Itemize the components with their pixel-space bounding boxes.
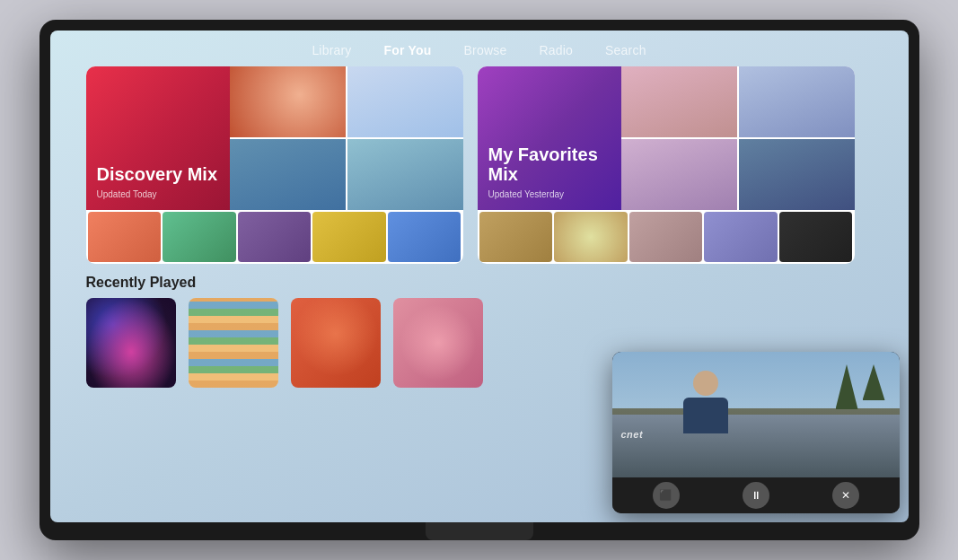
discovery-thumb-1 — [230, 66, 346, 137]
nav-item-library[interactable]: Library — [312, 43, 351, 57]
discovery-mix-thumbnails — [230, 66, 463, 210]
car-scene — [612, 352, 900, 477]
discovery-mix-top: Discovery Mix Updated Today — [86, 66, 463, 210]
tv-stand — [426, 522, 533, 540]
discovery-mix-updated: Updated Today — [97, 189, 219, 199]
album-item-3[interactable] — [291, 298, 381, 388]
discovery-thumb-3 — [230, 139, 346, 210]
tree-2 — [863, 364, 885, 400]
video-controls: ⬛ ⏸ ✕ — [612, 477, 900, 513]
discovery-mini-3 — [238, 212, 312, 262]
discovery-mix-title: Discovery Mix — [97, 164, 219, 184]
discovery-mix-bottom-row — [86, 210, 463, 264]
discovery-thumb-2 — [347, 66, 463, 137]
close-button[interactable]: ✕ — [832, 482, 859, 509]
tv-screen: Library For You Browse Radio Search Disc… — [50, 31, 909, 522]
video-overlay[interactable]: cnet ⬛ ⏸ ✕ — [612, 352, 900, 513]
airplay-icon: ⬛ — [659, 489, 672, 502]
favorites-thumb-3 — [621, 139, 737, 210]
video-preview: cnet — [612, 352, 900, 477]
album-item-4[interactable] — [393, 298, 483, 388]
favorites-mini-1 — [479, 212, 553, 262]
favorites-thumb-1 — [621, 66, 737, 137]
recently-played-title: Recently Played — [86, 275, 873, 291]
tree-1 — [836, 364, 858, 409]
discovery-thumb-4 — [347, 139, 463, 210]
tv-set: Library For You Browse Radio Search Disc… — [40, 20, 919, 540]
close-icon: ✕ — [841, 489, 850, 502]
nav-item-for-you[interactable]: For You — [384, 43, 432, 57]
mixes-row: Discovery Mix Updated Today — [86, 66, 873, 264]
favorites-mix-header: My Favorites Mix Updated Yesterday — [478, 66, 621, 210]
favorites-mix-title: My Favorites Mix — [488, 144, 611, 184]
driver-head — [693, 371, 718, 396]
pause-button[interactable]: ⏸ — [743, 482, 769, 509]
discovery-mini-5 — [388, 212, 461, 262]
favorites-mini-2 — [554, 212, 628, 262]
discovery-mini-4 — [312, 212, 386, 262]
discovery-mix-header: Discovery Mix Updated Today — [86, 66, 230, 210]
driver — [655, 371, 756, 446]
favorites-mix-bottom-row — [478, 210, 855, 264]
favorites-thumb-2 — [739, 66, 855, 137]
favorites-mix-card[interactable]: My Favorites Mix Updated Yesterday — [478, 66, 855, 264]
driver-body — [683, 398, 728, 433]
nav-item-search[interactable]: Search — [605, 43, 646, 57]
road-trees — [836, 364, 885, 409]
pause-icon: ⏸ — [751, 489, 761, 502]
favorites-mix-top: My Favorites Mix Updated Yesterday — [478, 66, 855, 210]
discovery-mini-2 — [163, 212, 236, 262]
favorites-mix-thumbnails — [621, 66, 855, 210]
navigation-bar: Library For You Browse Radio Search — [50, 31, 909, 66]
favorites-mini-3 — [629, 212, 703, 262]
album-item-2[interactable] — [189, 298, 278, 388]
airplay-button[interactable]: ⬛ — [653, 482, 680, 509]
discovery-mix-card[interactable]: Discovery Mix Updated Today — [86, 66, 463, 264]
cnet-watermark: cnet — [621, 429, 644, 440]
discovery-mini-1 — [88, 212, 162, 262]
favorites-thumb-4 — [739, 139, 855, 210]
favorites-mini-5 — [779, 212, 853, 262]
favorites-mini-4 — [704, 212, 778, 262]
favorites-mix-updated: Updated Yesterday — [488, 189, 611, 199]
nav-item-browse[interactable]: Browse — [464, 43, 507, 57]
album-item-1[interactable] — [86, 298, 176, 388]
nav-item-radio[interactable]: Radio — [539, 43, 573, 57]
